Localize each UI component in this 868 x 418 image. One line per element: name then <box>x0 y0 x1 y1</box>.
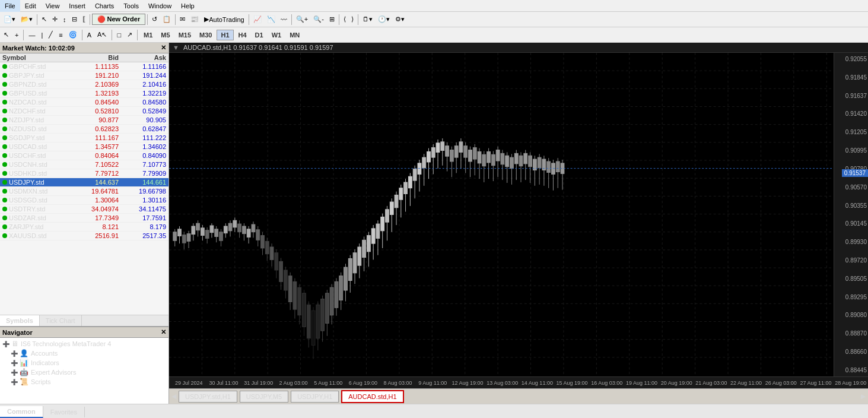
indicator2-btn[interactable]: 📉 <box>265 13 278 26</box>
expert-btn[interactable]: ⚙▾ <box>393 13 407 26</box>
rect-btn[interactable]: □ <box>115 28 123 42</box>
symbol-row[interactable]: USDMXN.std 19.64781 19.66798 <box>0 187 168 196</box>
draw-cursor-btn[interactable]: ↖ <box>1 28 11 42</box>
chart-tab[interactable]: USDJPY.std,H1 <box>179 391 237 403</box>
open-btn[interactable]: 📂▾ <box>18 13 35 26</box>
period-sep-btn[interactable]: ⊟ <box>69 13 80 26</box>
tf-h1[interactable]: H1 <box>217 30 233 40</box>
vline-btn[interactable]: | <box>39 28 45 42</box>
symbol-row[interactable]: NZDCHF.std 0.52810 0.52849 <box>0 107 168 116</box>
indicator3-btn[interactable]: 〰 <box>278 13 290 26</box>
navigator-close-btn[interactable]: ✕ <box>161 328 166 336</box>
chart-next-btn[interactable]: ▶ <box>859 392 868 400</box>
tab-tick-chart[interactable]: Tick Chart <box>40 315 82 326</box>
symbol-row[interactable]: USDCAD.std 1.34577 1.34602 <box>0 142 168 151</box>
tf-d1[interactable]: D1 <box>252 30 267 40</box>
menu-window[interactable]: Window <box>144 0 176 12</box>
chart-tab[interactable]: AUDCAD.std,H1 <box>341 390 403 403</box>
zoom-in-btn[interactable]: ↕ <box>61 13 69 26</box>
autotrading-btn[interactable]: ▶ AutoTrading <box>202 13 247 26</box>
symbol-row[interactable]: USDZAR.std 17.7349 17.7591 <box>0 214 168 223</box>
svg-rect-169 <box>473 148 476 159</box>
equidist-btn[interactable]: ≡ <box>56 28 65 42</box>
nav-scripts[interactable]: ➕ 📜 Scripts <box>1 377 167 387</box>
symbol-row[interactable]: USDSGD.std 1.30064 1.30116 <box>0 196 168 205</box>
nav-expert-advisors[interactable]: ➕ 🤖 Expert Advisors <box>1 368 167 377</box>
cursor-btn[interactable]: ↖ <box>39 13 49 26</box>
chart-tab[interactable]: USDJPY,M5 <box>240 391 288 403</box>
tab-symbols[interactable]: Symbols <box>0 315 40 326</box>
new-chart-btn[interactable]: 📄▾ <box>1 13 18 26</box>
back-btn[interactable]: ⟨ <box>341 13 348 26</box>
label-btn[interactable]: A↖ <box>95 28 109 42</box>
template-btn[interactable]: 🗒▾ <box>360 13 375 26</box>
history-btn[interactable]: 📋 <box>160 13 173 26</box>
tf-m30[interactable]: M30 <box>196 30 215 40</box>
chart-prev-btn[interactable]: ◀ <box>169 392 179 400</box>
symbol-row[interactable]: USDCHF.std 0.84064 0.84090 <box>0 151 168 160</box>
grid-btn[interactable]: ⊞ <box>327 13 337 26</box>
zoom-out-chart-btn[interactable]: 🔍- <box>311 13 326 26</box>
time-btn[interactable]: 🕐▾ <box>376 13 392 26</box>
symbol-row[interactable]: GBPNZD.std 2.10369 2.10416 <box>0 80 168 89</box>
navigator-title: Navigator <box>2 329 33 336</box>
refresh-btn[interactable]: ↺ <box>150 13 160 26</box>
tf-h4[interactable]: H4 <box>235 30 250 40</box>
symbol-row[interactable]: USDTRY.std 34.04974 34.11475 <box>0 205 168 214</box>
symbol-bid: 7.10522 <box>71 161 119 168</box>
menu-edit[interactable]: Edit <box>20 0 41 12</box>
svg-rect-0 <box>169 53 832 376</box>
market-watch-close-btn[interactable]: ✕ <box>161 44 166 52</box>
chart-canvas-container[interactable]: 0.920550.918450.916370.914200.912050.909… <box>169 53 868 376</box>
symbol-row[interactable]: GBPJPY.std 191.210 191.244 <box>0 71 168 80</box>
symbol-row[interactable]: SGDJPY.std 111.167 111.222 <box>0 134 168 142</box>
symbol-row[interactable]: NZDUSD.std 0.62823 0.62847 <box>0 125 168 134</box>
news-btn[interactable]: 📰 <box>188 13 201 26</box>
nav-accounts[interactable]: ➕ 👤 Accounts <box>1 349 167 358</box>
chart-area[interactable]: ▼ AUDCAD.std,H1 0.91637 0.91641 0.91591 … <box>169 43 868 404</box>
crosshair-btn[interactable]: ✛ <box>50 13 60 26</box>
menu-help[interactable]: Help <box>176 0 199 12</box>
tf-mn[interactable]: MN <box>286 30 303 40</box>
symbol-row[interactable]: NZDJPY.std 90.877 90.905 <box>0 116 168 125</box>
menu-file[interactable]: File <box>0 0 20 12</box>
menu-tools[interactable]: Tools <box>119 0 144 12</box>
menu-charts[interactable]: Charts <box>90 0 119 12</box>
tf-m15[interactable]: M15 <box>175 30 195 40</box>
fib-btn[interactable]: 🌀 <box>66 28 80 42</box>
mail-btn[interactable]: ✉ <box>177 13 187 26</box>
symbol-dot <box>2 82 7 87</box>
indicator1-btn[interactable]: 📈 <box>251 13 264 26</box>
symbol-row[interactable]: GBPCHF.std 1.11135 1.11166 <box>0 62 168 71</box>
svg-rect-167 <box>469 150 472 162</box>
menu-view[interactable]: View <box>41 0 65 12</box>
symbol-row[interactable]: USDJPY.std 144.637 144.661 <box>0 178 168 187</box>
svg-rect-161 <box>454 146 458 157</box>
symbol-row[interactable]: ZARJPY.std 8.121 8.179 <box>0 223 168 232</box>
tab-favorites[interactable]: Favorites <box>43 407 85 417</box>
draw-plus-btn[interactable]: + <box>12 28 21 42</box>
symbol-row[interactable]: USDCNH.std 7.10522 7.10773 <box>0 160 168 169</box>
menu-insert[interactable]: Insert <box>64 0 90 12</box>
symbol-ask: 2.10416 <box>119 81 166 88</box>
nav-indicators[interactable]: ➕ 📊 Indicators <box>1 358 167 368</box>
tf-w1[interactable]: W1 <box>268 30 285 40</box>
tf-m1[interactable]: M1 <box>140 30 156 40</box>
tf-m5[interactable]: M5 <box>157 30 173 40</box>
arrow-btn[interactable]: ↗ <box>125 28 135 42</box>
trendline-btn[interactable]: ╱ <box>46 28 55 42</box>
hline-btn[interactable]: — <box>26 28 37 42</box>
fwd-btn[interactable]: ⟩ <box>349 13 356 26</box>
nav-metatrader[interactable]: ➕ 🖥 IS6 Technologies MetaTrader 4 <box>1 339 167 349</box>
time-label: 12 Aug 19:00 <box>450 380 485 386</box>
symbol-row[interactable]: GBPUSD.std 1.32193 1.32219 <box>0 89 168 98</box>
text-btn[interactable]: A <box>85 28 94 42</box>
symbol-row[interactable]: USDHKD.std 7.79712 7.79909 <box>0 169 168 178</box>
new-order-btn[interactable]: 🔴 New Order <box>92 14 146 25</box>
symbol-row[interactable]: XAUUSD.std 2516.91 2517.35 <box>0 232 168 240</box>
chart-shift-btn[interactable]: ⟦ <box>80 13 88 26</box>
zoom-in-chart-btn[interactable]: 🔍+ <box>294 13 310 26</box>
tab-common[interactable]: Common <box>0 406 43 418</box>
chart-tab[interactable]: USDJPY,H1 <box>291 391 339 403</box>
symbol-row[interactable]: NZDCAD.std 0.84540 0.84580 <box>0 98 168 107</box>
